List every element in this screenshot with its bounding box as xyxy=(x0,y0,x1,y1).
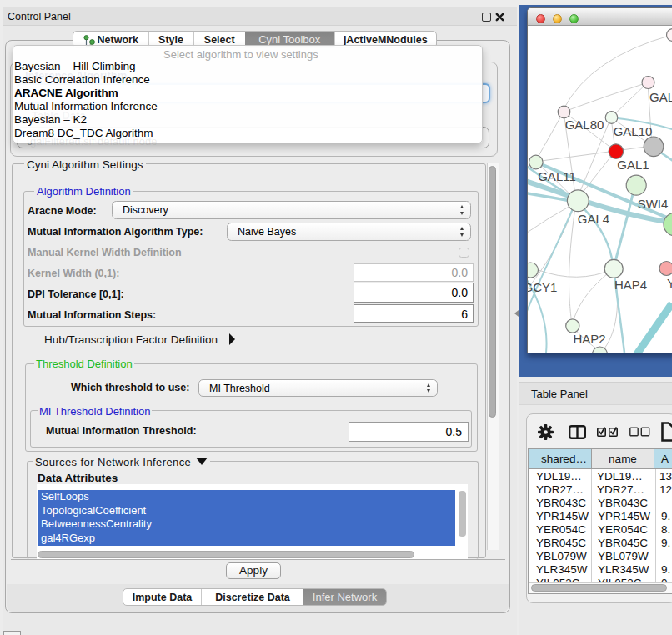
svg-text:SWI4: SWI4 xyxy=(638,197,669,211)
svg-text:HAP2: HAP2 xyxy=(573,332,605,346)
svg-text:GAL80: GAL80 xyxy=(565,118,604,132)
svg-text:GCY1: GCY1 xyxy=(528,280,557,294)
svg-text:GAL11: GAL11 xyxy=(538,169,576,183)
svg-text:HAP4: HAP4 xyxy=(614,278,647,292)
svg-text:GAL2: GAL2 xyxy=(649,90,672,104)
svg-text:GAL1: GAL1 xyxy=(617,158,649,172)
svg-text:GAL10: GAL10 xyxy=(614,124,653,138)
svg-text:GAL4: GAL4 xyxy=(578,212,609,226)
svg-text:Y: Y xyxy=(667,276,672,290)
